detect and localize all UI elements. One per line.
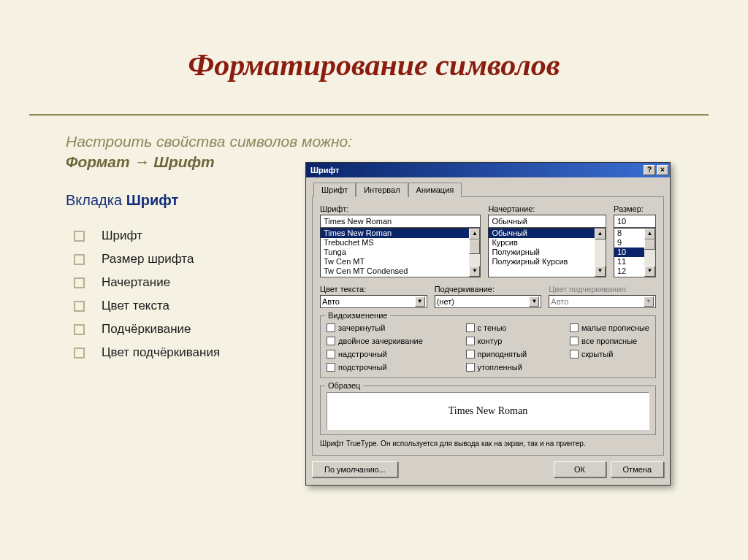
close-button[interactable]: × xyxy=(657,165,668,175)
divider xyxy=(29,114,709,115)
chk-label: все прописные xyxy=(581,337,637,345)
scroll-thumb[interactable] xyxy=(469,239,480,254)
ok-button[interactable]: ОК xyxy=(554,461,606,477)
effects-legend: Видоизменение xyxy=(325,311,390,320)
label-size: Размер: xyxy=(614,204,656,213)
list-item[interactable]: Tw Cen MT xyxy=(321,257,480,266)
subhead-prefix: Вкладка xyxy=(66,192,126,208)
chk-label: утопленный xyxy=(478,363,522,372)
list-item: Подчёркивание xyxy=(69,318,220,341)
underline-value: (нет) xyxy=(437,297,454,306)
chevron-down-icon: ▼ xyxy=(644,296,654,307)
list-item: Размер шрифта xyxy=(69,248,220,271)
section-subhead: Вкладка Шрифт xyxy=(66,192,178,209)
chk-label: зачеркнутый xyxy=(338,323,385,332)
label-underline-color: Цвет подчеркивания: xyxy=(549,285,656,294)
checkbox-outline[interactable] xyxy=(466,337,475,345)
effects-group: Видоизменение зачеркнутый двойное зачерк… xyxy=(320,315,656,378)
chk-label: подстрочный xyxy=(338,363,387,372)
checkbox-double-strike[interactable] xyxy=(327,337,335,345)
scroll-down-icon[interactable]: ▼ xyxy=(644,266,655,277)
checkbox-allcaps[interactable] xyxy=(570,337,579,345)
style-input[interactable] xyxy=(488,215,606,228)
list-item[interactable]: Tunga xyxy=(321,248,480,257)
color-select[interactable]: Авто ▼ xyxy=(320,295,427,308)
font-description: Шрифт TrueType. Он используется для выво… xyxy=(320,440,656,448)
chk-label: двойное зачеркивание xyxy=(338,337,423,345)
label-underline: Подчеркивание: xyxy=(435,285,542,294)
checkbox-smallcaps[interactable] xyxy=(570,323,579,332)
titlebar[interactable]: Шрифт ? × xyxy=(306,163,670,177)
scrollbar[interactable]: ▲ ▼ xyxy=(595,229,606,277)
underline-color-select: Авто ▼ xyxy=(549,295,656,308)
label-style: Начертание: xyxy=(488,204,606,213)
chk-label: скрытый xyxy=(581,350,613,358)
list-item[interactable]: Обычный xyxy=(489,229,606,238)
list-item[interactable]: Trebuchet MS xyxy=(321,238,480,248)
list-item[interactable]: Tw Cen MT Condensed xyxy=(321,266,480,276)
scroll-down-icon[interactable]: ▼ xyxy=(595,266,606,277)
checkbox-superscript[interactable] xyxy=(327,350,335,358)
underline-select[interactable]: (нет) ▼ xyxy=(435,295,542,308)
preview-legend: Образец xyxy=(325,381,363,390)
default-button[interactable]: По умолчанию... xyxy=(312,461,398,477)
checkbox-shadow[interactable] xyxy=(466,323,475,332)
scroll-up-icon[interactable]: ▲ xyxy=(469,229,480,239)
chevron-down-icon: ▼ xyxy=(529,296,539,307)
scrollbar[interactable]: ▲ ▼ xyxy=(469,229,480,277)
font-input[interactable] xyxy=(320,215,481,228)
cancel-button[interactable]: Отмена xyxy=(611,461,664,477)
dialog-title: Шрифт xyxy=(310,166,339,174)
font-dialog: Шрифт ? × Шрифт Интервал Анимация Шрифт:… xyxy=(305,162,671,486)
size-listbox[interactable]: 8 9 10 11 12 ▲ ▼ xyxy=(614,228,656,277)
list-item: Шрифт xyxy=(69,224,220,248)
chk-label: малые прописные xyxy=(581,323,649,332)
intro-line: Настроить свойства символов можно: xyxy=(66,131,352,152)
scroll-thumb[interactable] xyxy=(644,239,655,250)
checkbox-engrave[interactable] xyxy=(466,363,475,372)
list-item[interactable]: Полужирный xyxy=(489,248,606,257)
scroll-up-icon[interactable]: ▲ xyxy=(644,229,655,239)
chk-label: надстрочный xyxy=(338,350,387,358)
checkbox-emboss[interactable] xyxy=(466,350,475,358)
bullet-list: Шрифт Размер шрифта Начертание Цвет текс… xyxy=(69,224,220,364)
help-button[interactable]: ? xyxy=(644,165,655,175)
label-color: Цвет текста: xyxy=(320,285,427,294)
scroll-down-icon[interactable]: ▼ xyxy=(469,266,480,277)
tab-animation[interactable]: Анимация xyxy=(408,183,462,197)
tab-font[interactable]: Шрифт xyxy=(313,183,356,197)
scroll-up-icon[interactable]: ▲ xyxy=(595,229,606,239)
preview-group: Образец Times New Roman xyxy=(320,386,656,435)
preview-box: Times New Roman xyxy=(327,392,649,430)
scrollbar[interactable]: ▲ ▼ xyxy=(644,229,655,277)
list-item: Цвет текста xyxy=(69,294,220,318)
chk-label: с тенью xyxy=(478,323,507,332)
label-font: Шрифт: xyxy=(320,204,481,213)
style-listbox[interactable]: Обычный Курсив Полужирный Полужирный Кур… xyxy=(488,228,606,277)
checkbox-subscript[interactable] xyxy=(327,363,335,372)
tab-spacing[interactable]: Интервал xyxy=(356,183,408,197)
list-item: Начертание xyxy=(69,271,220,294)
list-item: Цвет подчёркивания xyxy=(69,341,220,364)
checkbox-hidden[interactable] xyxy=(570,350,579,358)
color-value: Авто xyxy=(322,297,340,306)
list-item[interactable]: Полужирный Курсив xyxy=(489,257,606,266)
chk-label: приподнятый xyxy=(478,350,527,358)
chevron-down-icon: ▼ xyxy=(415,296,425,307)
checkbox-strikethrough[interactable] xyxy=(327,323,335,332)
chk-label: контур xyxy=(478,337,503,345)
subhead-bold: Шрифт xyxy=(126,192,179,208)
list-item[interactable]: Times New Roman xyxy=(321,229,480,238)
size-input[interactable] xyxy=(614,215,656,228)
list-item[interactable]: Курсив xyxy=(489,238,606,248)
font-listbox[interactable]: Times New Roman Trebuchet MS Tunga Tw Ce… xyxy=(320,228,481,277)
slide-title: Форматирование символов xyxy=(0,47,748,83)
underline-color-value: Авто xyxy=(551,297,568,306)
